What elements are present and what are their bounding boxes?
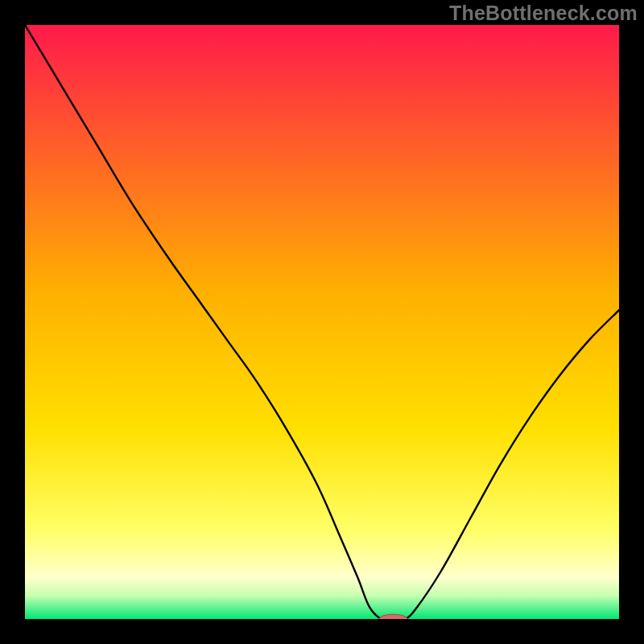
chart-frame: TheBottleneck.com (0, 0, 644, 644)
plot-area (25, 25, 619, 619)
watermark-text: TheBottleneck.com (449, 2, 638, 25)
gradient-background (25, 25, 619, 619)
bottleneck-chart (25, 25, 619, 619)
